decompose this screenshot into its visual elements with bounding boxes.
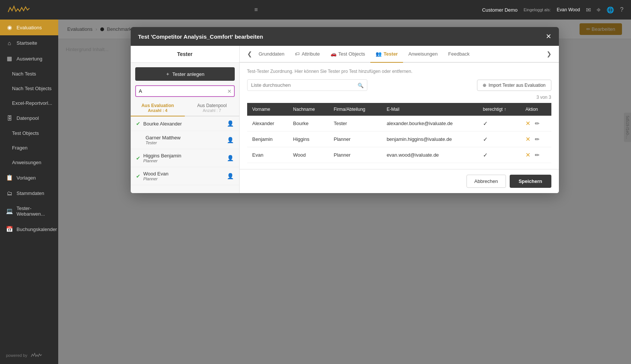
vorlagen-icon: 📋 xyxy=(6,174,13,181)
tester-name: Bourke Alexander xyxy=(143,121,182,127)
cell-email: benjamin.higgins@ivaluate.de xyxy=(381,131,477,147)
tab-nav-right-button[interactable]: ❯ xyxy=(545,49,553,59)
modal-overlay: Test 'Competitor Analysis_Comfort' bearb… xyxy=(58,20,631,364)
customer-label: Customer Demo xyxy=(482,7,518,13)
tester-role: Tester xyxy=(146,140,181,145)
nach-test-objects-label: Nach Test Objects xyxy=(12,86,51,91)
cell-berechtigt: ✓ xyxy=(478,147,520,163)
buchungskalender-icon: 📅 xyxy=(6,226,13,233)
sidebar-item-startseite[interactable]: ⌂ Startseite xyxy=(0,35,58,51)
list-item[interactable]: ✔ Wood Evan Planner 👤 xyxy=(131,167,239,185)
list-item[interactable]: ✔ Higgins Benjamin Planner 👤 xyxy=(131,149,239,167)
powered-by-label: powered by xyxy=(6,353,27,358)
sidebar-item-tester-webanw[interactable]: 💻 Tester-Webanwen... xyxy=(0,201,58,221)
check-icon: ✔ xyxy=(136,155,140,161)
sidebar-item-fragen[interactable]: Fragen xyxy=(0,140,58,155)
tester-search-clear-icon[interactable]: ✕ xyxy=(227,88,232,94)
sidebar-item-vorlagen[interactable]: 📋 Vorlagen xyxy=(0,170,58,186)
sidebar-item-auswertung[interactable]: ▦ Auswertung xyxy=(0,51,58,66)
edit-icon[interactable]: ✏ xyxy=(535,120,540,127)
startseite-icon: ⌂ xyxy=(6,40,13,46)
sidebar-item-buchungskalender[interactable]: 📅 Buchungskalender xyxy=(0,221,58,237)
list-search-input[interactable] xyxy=(247,79,367,91)
datenpool-label: Datenpool xyxy=(17,115,39,121)
delete-icon[interactable]: ✕ xyxy=(525,120,530,127)
sidebar-item-stammdaten[interactable]: 🗂 Stammdaten xyxy=(0,186,58,201)
cell-nachname: Higgins xyxy=(288,131,328,147)
sidebar-collapse-btn[interactable]: ≡ xyxy=(254,6,258,13)
right-panel: ❮ Grunddaten 🏷 Attribute 🚗 Test Objects … xyxy=(240,46,559,193)
tab-anweisungen[interactable]: Anweisungen xyxy=(403,46,443,62)
import-label: Import Tester aus Evaluation xyxy=(489,83,546,88)
sidebar-item-label: Evaluations xyxy=(17,25,42,30)
tester-panel-title: Tester xyxy=(131,46,239,63)
search-import-row: 🔍 ⊕ Import Tester aus Evaluation xyxy=(247,79,551,91)
delete-icon[interactable]: ✕ xyxy=(525,136,530,142)
list-item[interactable]: ✔ Bourke Alexander 👤 xyxy=(131,116,239,131)
sidebar-item-anweisungen[interactable]: Anweisungen xyxy=(0,155,58,170)
person-icon: 👤 xyxy=(227,137,234,143)
sidebar-item-evaluations[interactable]: ◉ Evaluations xyxy=(0,20,58,35)
sidebar-item-excel-report[interactable]: Excel-Reportvorl... xyxy=(0,96,58,110)
sidebar-item-datenpool[interactable]: 🗄 Datenpool xyxy=(0,110,58,126)
count-label: 3 von 3 xyxy=(247,95,551,100)
list-item[interactable]: Garner Matthew Tester 👤 xyxy=(131,131,239,149)
tester-webanw-label: Tester-Webanwen... xyxy=(17,205,52,217)
tab-nav-left-button[interactable]: ❮ xyxy=(246,49,254,59)
stammdaten-icon: 🗂 xyxy=(6,190,13,196)
globe-icon[interactable]: 🌐 xyxy=(607,6,614,14)
tester-icon: 👥 xyxy=(376,51,382,57)
check-icon: ✔ xyxy=(136,121,140,127)
logout-icon[interactable]: ⎆ xyxy=(597,6,601,13)
datenpool-icon: 🗄 xyxy=(6,115,13,121)
tab-feedback[interactable]: Feedback xyxy=(443,46,475,62)
tester-webanw-icon: 💻 xyxy=(6,208,13,214)
tab-aus-datenpool[interactable]: Aus Datenpool Anzahl : 7 xyxy=(185,100,239,116)
sidebar-item-nach-tests[interactable]: Nach Tests xyxy=(0,66,58,81)
email-icon[interactable]: ✉ xyxy=(586,6,591,14)
attribute-icon: 🏷 xyxy=(295,51,300,57)
modal-close-button[interactable]: ✕ xyxy=(546,32,551,41)
tester-search-input[interactable] xyxy=(135,85,235,97)
table-row: Evan Wood Planner evan.wood@ivaluate.de … xyxy=(247,147,551,163)
edit-icon[interactable]: ✏ xyxy=(535,152,540,158)
import-tester-button[interactable]: ⊕ Import Tester aus Evaluation xyxy=(477,80,551,91)
help-icon[interactable]: ? xyxy=(620,6,623,13)
tab-aus-evaluation[interactable]: Aus Evaluation Anzahl : 4 xyxy=(131,100,185,116)
cancel-button[interactable]: Abbrechen xyxy=(466,175,506,188)
delete-icon[interactable]: ✕ xyxy=(525,152,530,158)
col-vorname: Vorname xyxy=(247,103,288,116)
col-berechtigt[interactable]: berechtigt ↑ xyxy=(478,103,520,116)
sidebar-item-test-objects[interactable]: Test Objects xyxy=(0,126,58,140)
list-search-wrapper: 🔍 xyxy=(247,79,367,91)
feedback-label: Feedback xyxy=(448,51,469,57)
sidebar: ◉ Evaluations ⌂ Startseite ▦ Auswertung … xyxy=(0,20,58,364)
logged-in-name: Evan Wood xyxy=(557,7,580,12)
sidebar-footer: powered by xyxy=(0,347,58,364)
tab-attribute[interactable]: 🏷 Attribute xyxy=(290,46,325,62)
modal-footer: Abbrechen Speichern xyxy=(240,169,559,193)
edit-icon[interactable]: ✏ xyxy=(535,136,540,142)
col-firma: Firma/Abteilung xyxy=(329,103,382,116)
tester-tabs: Aus Evaluation Anzahl : 4 Aus Datenpool … xyxy=(131,100,239,116)
sidebar-item-nach-test-objects[interactable]: Nach Test Objects xyxy=(0,81,58,96)
cell-nachname: Bourke xyxy=(288,116,328,131)
save-button[interactable]: Speichern xyxy=(510,175,551,188)
logo xyxy=(8,5,30,15)
cell-vorname: Benjamin xyxy=(247,131,288,147)
table-row: Benjamin Higgins Planner benjamin.higgin… xyxy=(247,131,551,147)
anweisungen-tab-label: Anweisungen xyxy=(408,51,438,57)
test-objects-label: Test Objects xyxy=(12,130,39,136)
tab-test-objects[interactable]: 🚗 Test Objects xyxy=(325,46,371,62)
excel-report-label: Excel-Reportvorl... xyxy=(12,100,52,106)
tab-tester[interactable]: 👥 Tester xyxy=(370,46,403,63)
cell-email: alexander.bourke@ivaluate.de xyxy=(381,116,477,131)
tester-panel: Tester ＋ Tester anlegen ✕ Aus Evaluation… xyxy=(131,46,240,193)
modal-header: Test 'Competitor Analysis_Comfort' bearb… xyxy=(131,27,559,46)
person-icon: 👤 xyxy=(227,155,234,162)
tester-role: Planner xyxy=(143,177,169,181)
grunddaten-label: Grunddaten xyxy=(259,51,285,57)
cell-vorname: Alexander xyxy=(247,116,288,131)
add-tester-button[interactable]: ＋ Tester anlegen xyxy=(135,67,235,81)
tab-grunddaten[interactable]: Grunddaten xyxy=(254,46,290,62)
